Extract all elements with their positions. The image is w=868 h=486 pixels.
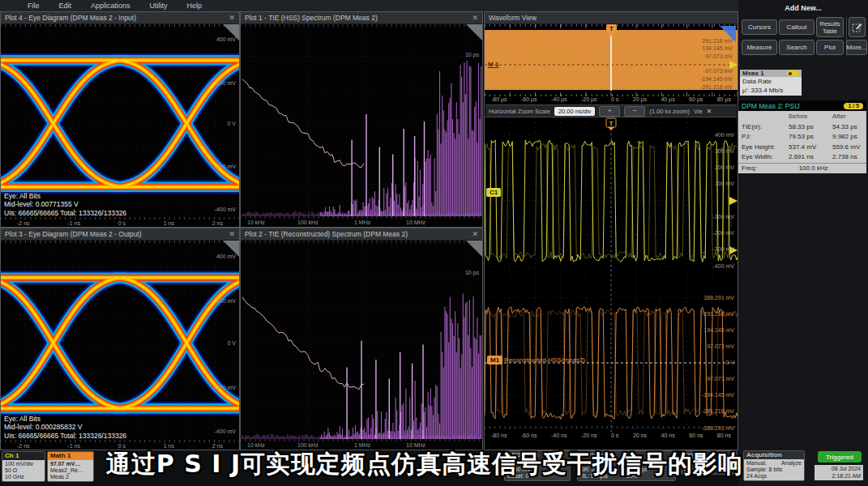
axis-tick-label: -194.145 mV [700,76,733,83]
draw-annotation-button[interactable] [849,17,866,37]
axis-tick-label: 10 MHz [406,220,425,225]
axis-tick-label: 200 mV [216,298,236,305]
plot1-pane: Plot 1 - TIE (HSS) Spectrum (DPM Meas 2)… [240,11,483,228]
dpm-row-label: Eye Width: [742,152,789,163]
axis-tick-label: 20 μs [633,96,647,102]
plot1-titlebar[interactable]: Plot 1 - TIE (HSS) Spectrum (DPM Meas 2)… [241,12,482,24]
plot1-spectrum-chart[interactable] [241,24,482,227]
dpm-row-label: Eye Height: [742,143,789,153]
more-button[interactable]: More... [846,40,867,55]
svg-text:T: T [609,120,614,127]
axis-tick-label: -97.073 mV [705,376,734,382]
dpm-cell: 9.982 ps [832,132,868,143]
plot4-titlebar[interactable]: Plot 4 - Eye Diagram (DPM Meas 2 - Input… [1,12,239,24]
plot2-spectrum-chart[interactable] [241,241,482,450]
dpm-title-text: DPM Meas 2: PSIJ [742,102,800,110]
measure-button[interactable]: Measure [742,40,777,55]
axis-tick-label: 60 μs [689,96,703,102]
dpm-cell: 58.33 ps [789,122,832,133]
plot4-close-icon[interactable]: ✕ [229,14,235,22]
dpm-cell: 2.691 ns [789,152,832,163]
menu-file[interactable]: File [28,2,40,10]
datetime-box: 08 Jul 2024 2:18:21 AM [815,465,863,480]
plot2-pane: Plot 2 - TIE (Reconstructed) Spectrum (D… [240,228,483,450]
zoom-view-label: Vie [694,108,703,115]
dpm-cell: 537.4 mV [789,143,832,153]
axis-tick-label: -200 mV [215,164,236,170]
callout-button[interactable]: Callout [779,19,815,35]
plot3-eye-stats: Eye: All Bits Mid-level: 0.000285832 V U… [4,415,126,441]
plot-button[interactable]: Plot [816,40,844,55]
dpm-col-before: Before [789,112,832,122]
ch1-badge[interactable]: Ch 1 100 mV/div 50 Ω 10 GHz [2,451,45,482]
plot3-titlebar[interactable]: Plot 3 - Eye Diagram (DPM Meas 2 - Outpu… [1,228,239,241]
dpm-freq-label: Freq: [742,164,757,173]
search-button[interactable]: Search [779,40,815,55]
m1-channel-badge[interactable]: M1 [487,356,502,364]
dpm-title: DPM Meas 2: PSIJ [742,102,800,110]
dpm-row-label: TIE(σ): [742,122,789,133]
menu-utility[interactable]: Utility [150,2,168,10]
plot2-body[interactable]: 10 ps 10 kHz 100 kHz 1 MHz 10 MHz [241,241,482,450]
plot3-close-icon[interactable]: ✕ [229,230,235,238]
axis-tick-label: -60 μs [521,96,537,102]
plot2-zoom-corner-icon[interactable] [466,241,482,257]
zoom-scale-value[interactable]: 20.00 ns/div [554,107,595,116]
axis-tick-label: 100 mV [715,181,734,187]
results-table-button[interactable]: Results Table [816,17,844,37]
plot2-title: Plot 2 - TIE (Reconstructed) Spectrum (D… [245,230,408,238]
axis-tick-label: 291.218 mV [703,311,734,318]
waveform-titlebar[interactable]: Waveform View [485,12,738,24]
axis-tick-label: -97.073 mV [703,68,733,75]
axis-ref-label: 10 ps [465,270,479,276]
axis-tick-label: 40 ns [661,433,675,438]
menu-bar: File Edit Applications Utility Help [0,0,738,11]
menu-edit[interactable]: Edit [59,2,72,10]
zoom-close-icon[interactable]: ✕ [707,108,712,115]
axis-tick-label: 194.145 mV [703,327,734,334]
oscilloscope-screen: File Edit Applications Utility Help Plot… [0,0,868,486]
plot3-body[interactable]: 400 mV 200 mV 0 V -200 mV -400 mV -2 ns … [1,241,239,450]
dpm-meas2-results-panel[interactable]: DPM Meas 2: PSIJ 1 / 5 Before After TIE(… [738,100,866,173]
menu-applications[interactable]: Applications [91,2,130,10]
plot4-title: Plot 4 - Eye Diagram (DPM Meas 2 - Input… [5,14,136,22]
axis-tick-label: 388.291 mV [703,295,734,301]
axis-tick-label: -291.218 mV [700,84,733,91]
meas1-line1: Data Rate [742,78,799,87]
zoom-x-axis: -80 ns -60 ns -40 ns -20 ns 0 s 20 ns 40… [485,433,738,438]
zoom-scale-label: Horizontal Zoom Scale [489,108,550,115]
axis-tick-label: -200 mV [713,230,734,237]
menu-help[interactable]: Help [187,2,203,10]
plot2-close-icon[interactable]: ✕ [472,230,478,238]
draw-annotation-icon [852,22,862,32]
zoom-in-button[interactable]: + [599,106,620,117]
axis-tick-label: 0 V [227,121,236,127]
time-label: 2:18:21 AM [817,473,861,480]
axis-tick-label: -20 μs [581,96,597,102]
overview-m1-label[interactable]: M 1 [488,61,498,68]
axis-tick-label: 400 mV [216,36,236,43]
meas1-line2: μ′: 333.4 Mb/s [742,87,799,96]
plot4-body[interactable]: 400 mV 200 mV 0 V -200 mV -400 mV -2 ns … [1,24,239,227]
axis-tick-label: 10 kHz [247,442,265,448]
dpm-col-after: After [832,112,868,122]
triggered-indicator: Triggered [818,451,862,463]
pane-resize-handle[interactable]: ⋮ [727,221,735,224]
zoom-out-button[interactable]: − [624,106,645,117]
plot1-close-icon[interactable]: ✕ [472,14,478,22]
cursors-button[interactable]: Cursors [742,19,777,35]
dpm-page-badge[interactable]: 1 / 5 [844,103,863,109]
meas1-toggle-icon[interactable] [787,70,799,76]
axis-tick-label: 10 MHz [406,442,425,448]
axis-tick-label: 200 mV [216,80,236,87]
plot1-zoom-corner-icon[interactable] [466,24,482,40]
c1-channel-badge[interactable]: C1 [486,188,501,197]
axis-tick-label: -200 mV [215,385,236,391]
dpm-freq-row: Freq: 100.0 kHz [738,163,866,173]
axis-tick-label: 0 V [725,360,734,366]
plot2-titlebar[interactable]: Plot 2 - TIE (Reconstructed) Spectrum (D… [241,228,482,241]
axis-tick-label: 0 s [611,433,618,438]
plot1-body[interactable]: 10 ps 10 kHz 100 kHz 1 MHz 10 MHz [241,24,482,227]
waveform-zoom-chart[interactable]: T [485,117,738,433]
meas1-badge[interactable]: Meas 1 Data Rate μ′: 333.4 Mb/s [740,70,802,96]
